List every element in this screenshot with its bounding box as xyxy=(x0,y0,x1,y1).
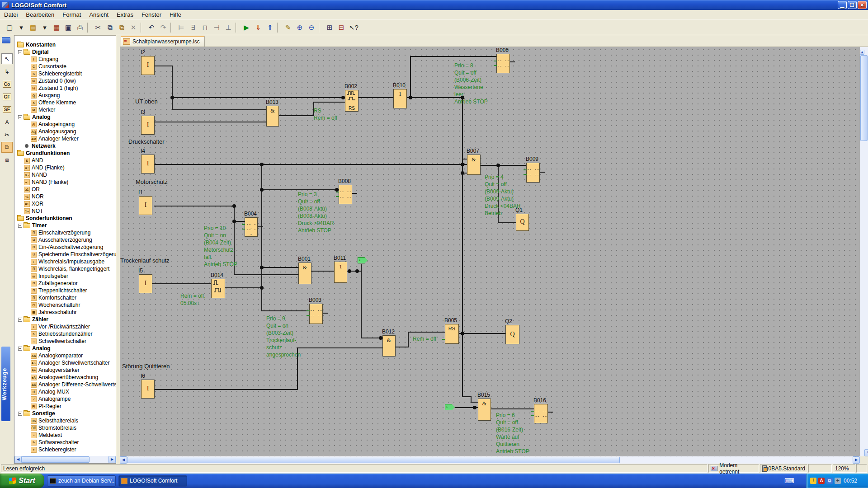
security-alert-icon[interactable]: ! xyxy=(810,478,816,484)
menu-item-fenster[interactable]: Fenster xyxy=(137,10,165,19)
upload-from-logo-button[interactable]: ⇑ xyxy=(264,22,275,33)
keyboard-layout-icon[interactable]: ⌨ xyxy=(784,477,794,485)
tree-item-selbsthalterelais[interactable]: RSSelbsthalterelais xyxy=(14,417,116,424)
reference-flag-b015-2[interactable]: ›B015/2 xyxy=(358,257,368,263)
tree-expander-icon[interactable]: − xyxy=(18,318,22,322)
tree-item-analog-mux[interactable]: ⇉Analog-MUX xyxy=(14,388,116,395)
split-connection-tool[interactable]: ✂ xyxy=(1,129,13,140)
block-b009[interactable]: B009-- ---- -- xyxy=(526,163,540,183)
align-right-button[interactable]: ∃ xyxy=(188,22,198,33)
block-i2[interactable]: I2I xyxy=(141,56,155,75)
tree-expander-icon[interactable]: − xyxy=(18,224,22,228)
tree-item-nand[interactable]: &¬NAND xyxy=(14,171,116,178)
download-to-logo-button[interactable]: ⇓ xyxy=(253,22,264,33)
document-tab[interactable]: Schaltplanwasserpumpe.lsc xyxy=(121,36,205,47)
tree-item-ausschaltverzögerung[interactable]: ⊔Ausschaltverzögerung xyxy=(14,236,116,244)
tree-item-schieberegisterbit[interactable]: SSchieberegisterbit xyxy=(14,70,116,77)
online-test-button[interactable]: ✎ xyxy=(283,22,293,33)
tree-item-wochenschaltuhr[interactable]: ◷Wochenschaltuhr xyxy=(14,301,116,309)
block-b012[interactable]: B012& xyxy=(382,335,396,357)
align-top-button[interactable]: ⊓ xyxy=(199,22,210,33)
tree-item-treppenlichtschalter[interactable]: ⊓Treppenlichtschalter xyxy=(14,287,116,294)
block-b003[interactable]: B003-- ---- -- xyxy=(309,304,323,324)
tree-item-or[interactable]: ≥1OR xyxy=(14,186,116,193)
align-auto-v-button[interactable]: ⊥ xyxy=(223,22,234,33)
block-i1[interactable]: I1I xyxy=(139,196,152,215)
tree-item-analoger-merker[interactable]: AMAnaloger Merker xyxy=(14,135,116,142)
menu-item-ansicht[interactable]: Ansicht xyxy=(85,10,113,19)
simulation-button[interactable]: ▶ xyxy=(241,22,252,33)
tree-item-and-flanke[interactable]: &↑AND (Flanke) xyxy=(14,164,116,171)
page-layout-button[interactable]: ⊞ xyxy=(324,22,335,33)
text-tool[interactable]: A xyxy=(1,117,13,127)
tree-item-zustand-0-low[interactable]: loZustand 0 (low) xyxy=(14,77,116,84)
tree-item-betriebsstundenzähler[interactable]: hBetriebsstundenzähler xyxy=(14,330,116,338)
tree-item-speichernde-einschaltverzögerung[interactable]: ⊔Speichernde Einschaltverzögerung xyxy=(14,251,116,258)
network-project-tool[interactable]: ⧉ xyxy=(1,142,13,153)
block-b011[interactable]: B0111 xyxy=(334,262,347,283)
tree-item-analogeingang[interactable]: AIAnalogeingang xyxy=(14,121,116,128)
delete-button[interactable]: ✕ xyxy=(128,22,139,33)
tree-folder-timer[interactable]: −Timer xyxy=(14,222,116,229)
tree-item-nor[interactable]: ¬1NOR xyxy=(14,193,116,200)
block-i6[interactable]: I6I xyxy=(141,380,155,399)
tree-item-offene-klemme[interactable]: XOffene Klemme xyxy=(14,99,116,106)
block-b002[interactable]: B002RS xyxy=(345,90,359,112)
select-tool[interactable]: ↖ xyxy=(1,53,13,64)
tree-item-xor[interactable]: =1XOR xyxy=(14,200,116,207)
menu-item-datei[interactable]: Datei xyxy=(0,10,22,19)
tree-item-komfortschalter[interactable]: ⊓Komfortschalter xyxy=(14,294,116,301)
tree-item-analogkomparator[interactable]: ΔAAnalogkomparator xyxy=(14,352,116,359)
tree-item-jahresschaltuhr[interactable]: ▦Jahresschaltuhr xyxy=(14,309,116,316)
canvas-hscroll-thumb[interactable] xyxy=(127,457,620,463)
menu-item-bearbeiten[interactable]: Bearbeiten xyxy=(22,10,58,19)
menu-item-hilfe[interactable]: Hilfe xyxy=(165,10,185,19)
panel-splitter[interactable] xyxy=(116,35,120,464)
scroll-up-icon[interactable]: ▲ xyxy=(860,50,864,55)
context-help-button[interactable]: ↖? xyxy=(348,22,360,33)
align-left-button[interactable]: ⊨ xyxy=(176,22,187,33)
block-b004[interactable]: B004-- ---- -- xyxy=(245,217,258,237)
tree-folder-konstanten[interactable]: Konstanten xyxy=(14,41,116,48)
open-file-button[interactable]: ▤ xyxy=(28,22,38,33)
redo-button[interactable]: ↷ xyxy=(158,22,169,33)
tree-item-impulsgeber[interactable]: шImpulsgeber xyxy=(14,272,116,280)
canvas-vertical-scrollbar[interactable]: ▲ ▼ xyxy=(860,47,868,456)
menu-item-format[interactable]: Format xyxy=(58,10,85,19)
block-b001[interactable]: B001& xyxy=(298,263,311,284)
block-i3[interactable]: I3I xyxy=(141,116,155,135)
zoom-out-button[interactable]: ⊖ xyxy=(306,22,317,33)
palette-grip-icon[interactable] xyxy=(2,37,10,43)
block-b014[interactable]: B014 xyxy=(211,279,225,298)
tree-folder-grundfunktionen[interactable]: Grundfunktionen xyxy=(14,150,116,157)
new-file-button[interactable]: ▢ xyxy=(4,22,15,33)
tree-item-analoger-differenz-schwellwertschalter[interactable]: ΔSAnaloger Differenz-Schwellwertschalter xyxy=(14,381,116,388)
block-b007[interactable]: B007& xyxy=(467,155,481,175)
tree-folder-sonstige[interactable]: −Sonstige xyxy=(14,410,116,417)
open-project-button[interactable]: ▦ xyxy=(51,22,62,33)
tree-item-ein-ausschaltverzögerung[interactable]: ⊓Ein-/Ausschaltverzögerung xyxy=(14,244,116,251)
block-b006[interactable]: B006-- ---- -- xyxy=(496,54,510,73)
open-file-dropdown[interactable]: ▾ xyxy=(39,22,50,33)
scroll-left-icon[interactable]: ◀ xyxy=(120,456,127,464)
block-b013[interactable]: B013& xyxy=(266,106,279,127)
tree-item-wischrelais-impulsausgabe[interactable]: ΓWischrelais/Impulsausgabe xyxy=(14,258,116,265)
tree-expander-icon[interactable]: − xyxy=(18,412,22,416)
scroll-right-icon[interactable]: ▶ xyxy=(853,456,860,464)
tree-item-netzwerk[interactable]: Netzwerk xyxy=(14,142,116,150)
block-b005[interactable]: B005RS xyxy=(445,324,459,344)
scroll-right-icon[interactable]: ▶ xyxy=(108,456,116,463)
start-button[interactable]: Start xyxy=(0,474,44,488)
taskbar-task-logo-soft-comfort[interactable]: LOGO!Soft Comfort xyxy=(118,475,187,487)
scroll-down-icon[interactable]: ▼ xyxy=(864,449,868,456)
tree-item-analogausgang[interactable]: AQAnalogausgang xyxy=(14,128,116,135)
tree-expander-icon[interactable]: − xyxy=(18,347,22,351)
constants-tool[interactable]: Co xyxy=(1,79,13,89)
tree-item-meldetext[interactable]: ≡Meldetext xyxy=(14,432,116,439)
tree-item-not[interactable]: 1¬NOT xyxy=(14,207,116,215)
tree-folder-digital[interactable]: −Digital xyxy=(14,48,116,56)
tree-item-ausgang[interactable]: QAusgang xyxy=(14,92,116,99)
zoom-in-button[interactable]: ⊕ xyxy=(294,22,305,33)
connector-tool[interactable]: ↳ xyxy=(1,66,13,77)
block-i4[interactable]: I4I xyxy=(141,155,155,174)
